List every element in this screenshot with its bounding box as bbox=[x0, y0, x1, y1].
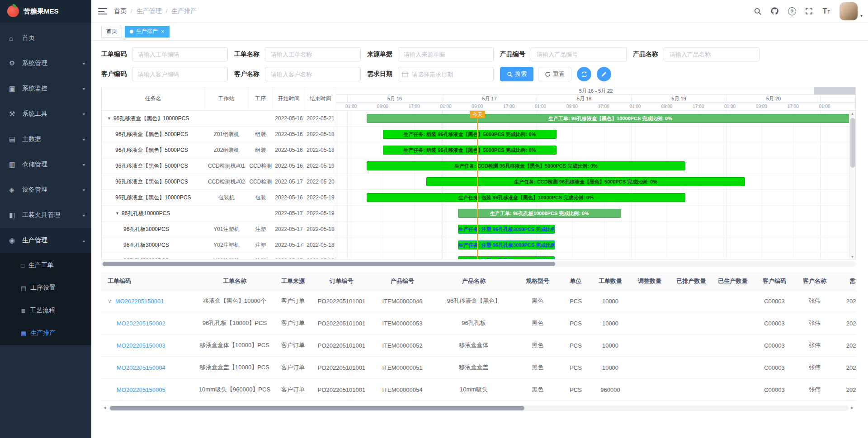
workorder-code-cell: MO202205150005 bbox=[101, 379, 194, 400]
workorder-code-link[interactable]: MO202205150001 bbox=[115, 298, 164, 305]
table-row[interactable]: MO20220515000296孔孔板【10000】PCS客户订单PO20220… bbox=[101, 312, 856, 334]
fullscreen-icon[interactable] bbox=[802, 2, 817, 20]
user-avatar[interactable] bbox=[840, 2, 858, 20]
sidebar-item-4[interactable]: ▤主数据▾ bbox=[0, 127, 91, 152]
gantt-bar[interactable]: 生产任务: 组装 96孔移液盒【黑色】5000PCS 完成比例: 0% bbox=[383, 130, 557, 139]
sidebar-subitem-3[interactable]: ▦生产排产 bbox=[0, 322, 91, 344]
gantt-bar[interactable]: 生产任务: 组装 96孔移液盒【黑色】5000PCS 完成比例: 0% bbox=[383, 146, 557, 155]
sidebar-item-8[interactable]: ◉生产管理▴ bbox=[0, 228, 91, 253]
filter-r1-input-2[interactable] bbox=[398, 47, 494, 61]
breadcrumb-production[interactable]: 生产管理 bbox=[137, 7, 162, 15]
task-name-cell: ▼96孔移液盒【黑色】10000PCS bbox=[102, 115, 205, 122]
filter-r1-input-4[interactable] bbox=[664, 47, 760, 61]
gantt-table-row[interactable]: ▼96孔移液盒【黑色】10000PCS2022-05-162022-05-21 bbox=[102, 111, 336, 127]
sidebar-subitem-1[interactable]: ▤工序设置 bbox=[0, 277, 91, 299]
gantt-table-row[interactable]: 96孔孔板3000PCSY03注塑机注塑2022-05-172022-05-18 bbox=[102, 253, 336, 259]
workorder-code-link[interactable]: MO202205150002 bbox=[117, 320, 165, 327]
search-icon[interactable] bbox=[750, 2, 765, 20]
gantt-bar[interactable]: 生产任务: 注塑 96孔孔板3000PCS 完成比例: 0% bbox=[458, 225, 555, 234]
table-cell bbox=[712, 357, 754, 378]
table-cell: 10000 bbox=[592, 290, 629, 312]
chevron-down-icon: ▾ bbox=[83, 86, 85, 91]
scroll-right-icon[interactable]: ► bbox=[849, 405, 856, 411]
demand-date-input[interactable] bbox=[398, 67, 494, 81]
gantt-table-row[interactable]: 96孔孔板3000PCSY02注塑机注塑2022-05-172022-05-18 bbox=[102, 237, 336, 253]
table-row[interactable]: MO202205150004移液盒盒盖【10000】PCS客户订单PO20220… bbox=[101, 357, 856, 379]
table-hscroll-thumb[interactable] bbox=[110, 406, 524, 410]
filter-r1-field-4: 产品名称 bbox=[633, 47, 760, 61]
gantt-vscroll-thumb[interactable] bbox=[850, 118, 855, 168]
filter-r1-input-1[interactable] bbox=[265, 47, 361, 61]
gantt-table-row[interactable]: 96孔孔板3000PCSY01注塑机注塑2022-05-172022-05-18 bbox=[102, 221, 336, 237]
gantt-table-row[interactable]: 96孔移液盒【黑色】5000PCSZ01组装机组装2022-05-162022-… bbox=[102, 127, 336, 142]
font-size-icon[interactable]: TT bbox=[819, 2, 834, 20]
gantt-bar[interactable]: 生产任务: CCD检测 96孔移液盒【黑色】5000PCS 完成比例: 0% bbox=[426, 177, 745, 186]
workorder-code-link[interactable]: MO202205150004 bbox=[117, 364, 165, 371]
scroll-left-icon[interactable]: ◄ bbox=[101, 405, 108, 411]
sidebar-item-5[interactable]: ▥仓储管理▾ bbox=[0, 152, 91, 177]
gantt-row: 生产任务: 组装 96孔移液盒【黑色】5000PCS 完成比例: 0% bbox=[336, 127, 855, 142]
filter-r2-input-0[interactable] bbox=[132, 67, 228, 81]
table-cell: ITEM00000054 bbox=[373, 379, 432, 400]
expand-caret-icon[interactable]: ∨ bbox=[108, 298, 112, 304]
help-icon[interactable]: ? bbox=[784, 2, 800, 20]
tab-production-schedule[interactable]: 生产排产 × bbox=[125, 26, 170, 38]
sidebar-item-label: 系统监控 bbox=[22, 85, 83, 93]
filter-r1-input-0[interactable] bbox=[132, 47, 228, 61]
table-cell: PO202205101001 bbox=[311, 312, 373, 334]
table-cell: 10000 bbox=[592, 357, 629, 378]
tree-caret-icon[interactable]: ▼ bbox=[107, 116, 111, 121]
github-icon[interactable] bbox=[767, 2, 783, 20]
reset-button[interactable]: 重置 bbox=[538, 67, 571, 81]
table-cell: 移液盒盒盖【10000】PCS bbox=[194, 357, 275, 378]
timeline-hour-label: 01:00 bbox=[816, 104, 834, 109]
search-button[interactable]: 搜索 bbox=[500, 67, 533, 81]
hamburger-icon[interactable] bbox=[91, 0, 114, 22]
sidebar-item-0[interactable]: ⌂首页 bbox=[0, 25, 91, 51]
table-row[interactable]: MO20220515000510mm吸头【960000】PCS客户订单PO202… bbox=[101, 379, 856, 401]
tree-caret-icon[interactable]: ▼ bbox=[115, 211, 119, 216]
workorder-code-cell: MO202205150002 bbox=[101, 312, 194, 334]
table-row[interactable]: MO202205150003移液盒盒体【10000】PCS客户订单PO20220… bbox=[101, 334, 856, 357]
sidebar-item-3[interactable]: ⚒系统工具▾ bbox=[0, 101, 91, 127]
sidebar-subitem-2[interactable]: ≣工艺流程 bbox=[0, 299, 91, 322]
gantt-table-row[interactable]: ▼96孔孔板10000PCS2022-05-172022-05-19 bbox=[102, 206, 336, 221]
timeline-hour-label: 01:00 bbox=[626, 104, 644, 109]
gantt-table-row[interactable]: 96孔移液盒【黑色】5000PCSCCD检测机#01CCD检测2022-05-1… bbox=[102, 158, 336, 174]
gantt-vertical-scrollbar[interactable]: ▲ ▼ bbox=[849, 111, 855, 259]
filter-r1-input-3[interactable] bbox=[531, 47, 627, 61]
gantt-bar[interactable]: 生产任务: CCD检测 96孔移液盒【黑色】5000PCS 完成比例: 0% bbox=[367, 161, 685, 170]
filter-r2-input-1[interactable] bbox=[265, 67, 361, 81]
breadcrumb-schedule[interactable]: 生产排产 bbox=[171, 7, 197, 15]
gantt-bar[interactable]: 生产任务: 注塑 96孔孔板3000PCS 完成比例: 0% bbox=[458, 240, 555, 250]
chevron-down-icon: ▾ bbox=[83, 213, 85, 218]
tab-home[interactable]: 首页 bbox=[101, 26, 122, 38]
scroll-up-icon[interactable]: ▲ bbox=[851, 112, 854, 116]
gantt-bar[interactable]: 生产工单: 96孔移液盒【黑色】10000PCS 完成比例: 0% bbox=[367, 114, 854, 123]
sidebar-subitem-0[interactable]: □生产工单 bbox=[0, 254, 91, 277]
refresh-circle-button[interactable] bbox=[577, 67, 591, 81]
table-row[interactable]: ∨MO202205150001移液盒【黑色】10000个客户订单PO202205… bbox=[101, 290, 856, 312]
table-cell: 张伟 bbox=[795, 312, 834, 334]
table-scroll-track[interactable] bbox=[108, 405, 849, 411]
gantt-table-row[interactable]: 96孔移液盒【黑色】5000PCSZ02组装机组装2022-05-162022-… bbox=[102, 142, 336, 158]
gantt-bar[interactable]: 生产任务: 包装 96孔移液盒【黑色】10000PCS 完成比例: 0% bbox=[367, 193, 685, 202]
gantt-table-row[interactable]: 96孔移液盒【黑色】10000PCS包装机包装2022-05-162022-05… bbox=[102, 190, 336, 206]
edit-circle-button[interactable] bbox=[597, 67, 611, 81]
breadcrumb-home[interactable]: 首页 bbox=[114, 7, 127, 15]
sidebar-item-7[interactable]: ◧工装夹具管理▾ bbox=[0, 203, 91, 228]
sidebar-item-1[interactable]: ⚙系统管理▾ bbox=[0, 51, 91, 76]
gantt-hscroll-thumb[interactable] bbox=[103, 262, 555, 266]
workorder-code-link[interactable]: MO202205150003 bbox=[117, 342, 165, 349]
gantt-horizontal-scrollbar[interactable] bbox=[101, 261, 856, 267]
workorder-code-link[interactable]: MO202205150005 bbox=[117, 386, 165, 393]
gantt-bar[interactable]: 生产工单: 96孔孔板10000PCS 完成比例: 0% bbox=[458, 209, 621, 218]
gantt-bar[interactable]: 生产任务: 注塑 96孔孔板3000PCS 完成比例: 0% bbox=[458, 256, 555, 259]
sidebar-item-6[interactable]: ◈设备管理▾ bbox=[0, 177, 91, 203]
tab-close-icon[interactable]: × bbox=[161, 28, 165, 34]
gantt-table-row[interactable]: 96孔移液盒【黑色】5000PCSCCD检测机#02CCD检测2022-05-1… bbox=[102, 174, 336, 190]
scroll-down-icon[interactable]: ▼ bbox=[851, 255, 854, 259]
sidebar-item-2[interactable]: ▣系统监控▾ bbox=[0, 76, 91, 101]
table-horizontal-scrollbar[interactable]: ◄ ► bbox=[101, 405, 856, 411]
timeline-day-label: 5月 19 bbox=[631, 95, 726, 102]
